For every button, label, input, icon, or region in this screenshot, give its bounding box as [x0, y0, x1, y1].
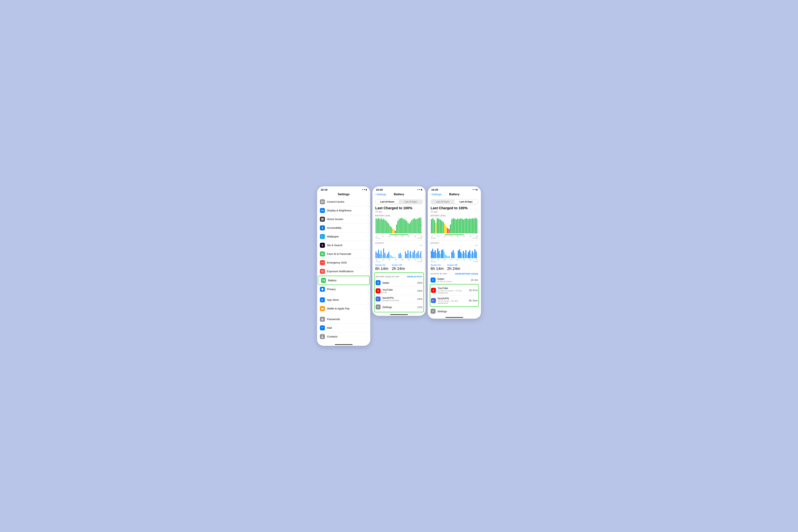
safari-app-icon-2: [376, 280, 381, 285]
svg-rect-11: [322, 220, 323, 221]
svg-rect-97: [387, 254, 388, 258]
phone-battery-10d: 10:20 ▪▪ ▾ ▮ ‹ Settings Battery Last 24 …: [428, 186, 481, 319]
sos-icon: SOS: [320, 260, 325, 265]
display-label: Display & Brightness: [327, 209, 367, 212]
nordvpn-sub-2: Background Activity: [382, 299, 417, 302]
wifi-icon-3: ▾: [475, 189, 476, 191]
svg-point-20: [322, 253, 322, 254]
screen-off-value-3: 2h 24m: [447, 266, 460, 271]
battery-usage-label-2: BATTERY USAGE BY APP: [376, 276, 399, 278]
svg-rect-117: [417, 253, 417, 258]
seg-24h-3[interactable]: Last 24 Hours: [431, 200, 454, 204]
activity-date-labels-3: 22 Jun 23 Jun: [431, 261, 478, 263]
settings-item-home[interactable]: Home Screen ›: [317, 215, 370, 224]
settings-info-2: Settings: [382, 306, 417, 308]
svg-rect-86: [376, 251, 376, 252]
youtube-sub-2: Audio: [382, 291, 417, 293]
nav-back-2[interactable]: ‹ Settings: [375, 193, 386, 196]
app-item-safari-2: Safari 25%: [376, 279, 422, 287]
activity-chart-svg-2: 60m 30m 0m: [375, 245, 423, 258]
svg-rect-69: [409, 224, 410, 233]
svg-rect-94: [383, 248, 384, 258]
battery-scroll-2: Last Charged to 100% 2h ago BATTERY LEVE…: [373, 206, 425, 312]
settings-item-contacts[interactable]: Contacts ›: [317, 332, 370, 341]
svg-rect-153: [449, 229, 450, 233]
safari-app-icon-3: [431, 278, 436, 283]
settings-item-passwords[interactable]: Passwords ›: [317, 315, 370, 324]
svg-rect-160: [459, 219, 460, 233]
settings-item-battery[interactable]: Battery ›: [318, 276, 369, 285]
nordvpn-time-3: 8h 34m: [469, 299, 478, 302]
svg-rect-66: [405, 220, 406, 233]
youtube-sub-3: 1h 32m on screen – 1h 15m background: [438, 290, 469, 294]
svg-rect-48: [382, 220, 383, 233]
settings-item-mail[interactable]: Mail ›: [317, 324, 370, 332]
svg-rect-116: [415, 254, 416, 258]
nordvpn-percent-2: 14%: [417, 298, 422, 300]
svg-rect-104: [399, 254, 399, 258]
screen-on-value-2: 6h 14m: [375, 266, 388, 271]
seg-10d-3[interactable]: Last 10 Days: [454, 200, 478, 204]
app-item-safari-3: Safari 1h 3m on screen 1h 3m: [431, 276, 478, 284]
svg-rect-113: [412, 255, 412, 258]
settings-item-display[interactable]: AA Display & Brightness ›: [317, 206, 370, 215]
show-activity-btn-2[interactable]: SHOW ACTIVITY: [407, 276, 422, 278]
seg-10d-2[interactable]: Last 10 Days: [399, 200, 422, 204]
settings-content: Control Centre › AA Display & Brightness…: [317, 197, 370, 342]
passwords-chevron: ›: [367, 318, 367, 320]
control-centre-chevron: ›: [367, 201, 367, 203]
charged-sub-3: 2h ago: [431, 210, 478, 213]
nav-back-3[interactable]: ‹ Settings: [431, 193, 441, 196]
signal-icon-2: ▪▪: [417, 189, 418, 191]
settings-item-privacy[interactable]: Privacy ›: [317, 285, 370, 293]
siri-label: Siri & Search: [327, 244, 367, 247]
status-icons-3: ▪▪ ▾ ▮: [472, 189, 477, 191]
svg-rect-198: [458, 251, 459, 258]
svg-rect-56: [392, 228, 393, 233]
settings-item-faceid[interactable]: Face ID & Passcode ›: [317, 250, 370, 259]
nordvpn-name-2: NordVPN: [382, 296, 417, 299]
settings-item-siri[interactable]: Siri & Search ›: [317, 241, 370, 250]
svg-rect-53: [388, 224, 389, 233]
svg-rect-46: [380, 219, 380, 233]
svg-rect-58: [395, 231, 396, 233]
faceid-label: Face ID & Passcode: [327, 252, 367, 255]
battery-x-labels-2: 12 15 18 21 00 03 06 09: [375, 235, 423, 237]
settings-item-sos[interactable]: SOS Emergency SOS ›: [317, 259, 370, 267]
settings-section-2: A App Store › Wallet & Apple Pay ›: [317, 296, 370, 313]
show-battery-usage-btn-3[interactable]: SHOW BATTERY USAGE: [455, 273, 478, 275]
faceid-icon: [320, 251, 325, 256]
x-label-00: 00: [401, 235, 403, 237]
x-label-03: 03: [408, 235, 410, 237]
settings-item-wallet[interactable]: Wallet & Apple Pay ›: [317, 304, 370, 313]
svg-rect-61: [399, 219, 400, 233]
nav-bar-2: ‹ Settings Battery: [373, 192, 425, 197]
svg-rect-1: [323, 201, 323, 202]
settings-item-exposure[interactable]: Exposure Notifications ›: [317, 267, 370, 276]
activity-x-labels-2: 12 15 18 21 00 03 06 09: [375, 259, 423, 261]
svg-rect-115: [414, 250, 415, 258]
svg-rect-142: [432, 218, 433, 233]
svg-rect-55: [391, 227, 392, 233]
seg-24h-2[interactable]: Last 24 Hours: [376, 200, 399, 204]
settings-item-wallpaper[interactable]: Wallpaper ›: [317, 232, 370, 241]
svg-rect-16: [321, 253, 322, 253]
mail-chevron: ›: [367, 326, 367, 329]
svg-text:100%: 100%: [474, 217, 477, 218]
svg-rect-18: [321, 254, 322, 255]
settings-item-appstore[interactable]: A App Store ›: [317, 296, 370, 304]
settings-item-control-centre[interactable]: Control Centre ›: [317, 197, 370, 206]
status-time-1: 10:19: [321, 188, 327, 191]
charged-text-2: Last Charged to 100%: [375, 206, 423, 210]
battery-title-2: Battery: [394, 193, 404, 196]
svg-rect-90: [380, 254, 380, 258]
svg-rect-33: [321, 308, 324, 308]
svg-rect-8: [322, 219, 323, 220]
battery-level-label-2: BATTERY LEVEL: [375, 215, 423, 217]
svg-rect-30: [322, 280, 324, 281]
settings-item-accessibility[interactable]: Accessibility ›: [317, 224, 370, 232]
activity-section-2: ACTIVITY: [375, 242, 423, 263]
svg-rect-65: [404, 219, 405, 233]
exposure-chevron: ›: [367, 270, 367, 272]
status-bar-2: 10:20 ▪▪ ▾ ▮: [373, 186, 425, 192]
